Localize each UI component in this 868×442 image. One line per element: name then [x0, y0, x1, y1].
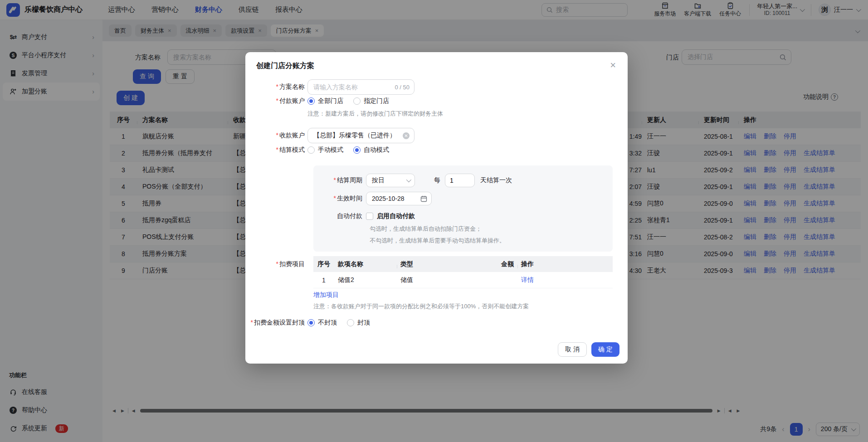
- fee-items-table: 序号 款项名称 类型 金额 操作 1 储值2 储值 详情: [313, 256, 613, 288]
- auto-mode-settings-panel: *结算周期 按日 每 天结算一次 *生效时间 2025-10-28 自动付: [313, 165, 613, 252]
- every-suffix: 天结算一次: [480, 176, 512, 185]
- payer-all-stores-option[interactable]: 全部门店: [307, 97, 343, 105]
- fee-detail-link[interactable]: 详情: [521, 276, 534, 283]
- effective-date-label: *生效时间: [313, 194, 362, 203]
- settle-mode-label: *结算模式: [245, 146, 305, 154]
- cap-option[interactable]: 封顶: [347, 319, 370, 327]
- every-days-input[interactable]: [445, 174, 475, 187]
- modal-title: 创建门店分账方案: [256, 61, 314, 71]
- payee-account-input[interactable]: ✕: [307, 128, 414, 143]
- plan-name-input-field[interactable]: [313, 83, 392, 91]
- manual-mode-option[interactable]: 手动模式: [307, 146, 343, 154]
- radio-selected-icon[interactable]: [353, 146, 361, 154]
- radio-icon[interactable]: [347, 319, 354, 326]
- payee-account-label: *收款账户: [245, 131, 305, 140]
- calendar-icon: [420, 195, 427, 202]
- autopay-checkbox[interactable]: [366, 213, 373, 220]
- cycle-select[interactable]: 按日: [366, 174, 415, 187]
- clear-icon[interactable]: ✕: [403, 132, 410, 139]
- autopay-hint-2: 不勾选时，生成结算单后需要手动勾选结算单操作。: [370, 237, 505, 245]
- cancel-button[interactable]: 取 消: [558, 342, 587, 357]
- payee-account-value[interactable]: [313, 132, 400, 139]
- cap-label: *扣费金额设置封顶: [245, 319, 305, 327]
- plan-name-label: *方案名称: [245, 83, 305, 91]
- payer-note: 注意：新建方案后，请勿修改门店下绑定的财务主体: [307, 110, 443, 118]
- autopay-label: 自动付款: [313, 212, 362, 220]
- no-cap-option[interactable]: 不封顶: [307, 319, 337, 327]
- fee-table-row: 1 储值2 储值 详情: [313, 272, 613, 288]
- add-fee-item-link[interactable]: 增加项目: [313, 291, 339, 299]
- radio-icon[interactable]: [353, 97, 361, 105]
- create-plan-modal: 创建门店分账方案 × *方案名称 0 / 50 *付款账户 全部门店 指定门店 …: [245, 52, 628, 364]
- chevron-down-icon: [406, 177, 411, 182]
- fee-items-label: *扣费项目: [245, 260, 305, 268]
- payer-account-label: *付款账户: [245, 97, 305, 105]
- char-counter: 0 / 50: [395, 84, 410, 91]
- close-icon[interactable]: ×: [606, 58, 619, 73]
- payer-specified-stores-option[interactable]: 指定门店: [353, 97, 389, 105]
- auto-mode-option[interactable]: 自动模式: [353, 146, 389, 154]
- fee-note: 注意：各收款账户对于同一款项的分配比例之和必须等于100%，否则不能创建方案: [313, 302, 529, 311]
- effective-date-input[interactable]: 2025-10-28: [366, 192, 432, 205]
- cycle-label: *结算周期: [313, 176, 362, 185]
- radio-icon[interactable]: [307, 146, 315, 154]
- confirm-button[interactable]: 确 定: [591, 342, 619, 357]
- plan-name-input[interactable]: 0 / 50: [307, 79, 414, 95]
- fee-table-header: 序号 款项名称 类型 金额 操作: [313, 256, 613, 272]
- autopay-hint-1: 勾选时，生成结算单后自动扣除门店资金；: [370, 225, 482, 233]
- radio-selected-icon[interactable]: [307, 97, 315, 105]
- every-prefix: 每: [434, 176, 440, 185]
- autopay-checkbox-label: 启用自动付款: [377, 212, 415, 220]
- radio-selected-icon[interactable]: [307, 319, 315, 326]
